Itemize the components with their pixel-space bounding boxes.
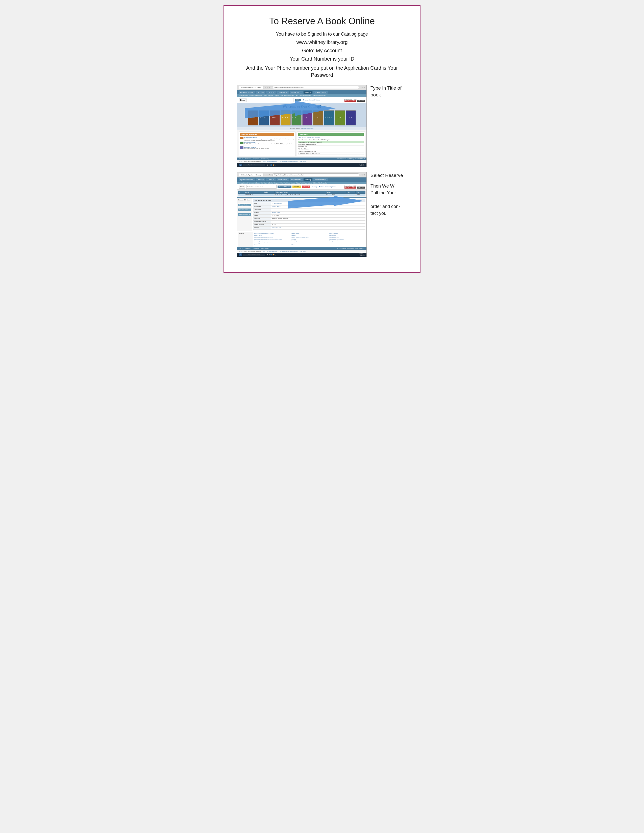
footer-link-language-2[interactable]: Language — [253, 248, 259, 249]
nav-editrecords-2[interactable]: Edit Records — [277, 178, 289, 181]
search-input-2[interactable] — [246, 185, 277, 188]
nav-catalog-1[interactable]: Catalog — [304, 91, 312, 94]
svg-marker-1 — [245, 101, 336, 118]
nav-checkout-1[interactable]: Checkout — [256, 91, 266, 94]
nav-checkin-2[interactable]: Check In — [266, 178, 276, 181]
logout-btn-2[interactable]: LOG OUT — [357, 187, 365, 188]
my-account-btn-2[interactable]: MY ACCOUNT — [345, 187, 356, 188]
label-level: Level: — [253, 215, 271, 217]
visit-link[interactable]: whitneylibrary.org — [302, 128, 313, 129]
clear-btn-2[interactable]: CLEAR — [302, 185, 310, 188]
intro-video-2[interactable]: Intro video — [299, 251, 306, 252]
search-fields-btn[interactable]: Search All Fields — [277, 185, 291, 188]
detail-row-author: Author: Pullman, Philip — [253, 212, 365, 215]
subjects-area: Subjects Adventures and adventurers — Fi… — [237, 231, 367, 248]
start-btn-1[interactable]: ⊞ — [239, 164, 242, 166]
accelerated-reader: Accelerated Reader B... — [249, 95, 263, 96]
footer-link-contact-2[interactable]: Contact Us — [245, 248, 251, 249]
subject-14[interactable]: Magic — [291, 244, 327, 246]
cell-title: La Belle Sauvage (The Book of Dust #1) — [274, 194, 325, 196]
footer-1: Visit Us Contact Us Language Kids' Catal… — [237, 158, 367, 160]
nav-reservesearch-1[interactable]: Reserve Search — [313, 91, 328, 94]
footer-link-language-1[interactable]: Language — [253, 158, 259, 159]
taskbar-search-1[interactable]: Type here to search — [243, 164, 265, 166]
subject-3[interactable]: Botacurla, Lyra (Fictitious character) — [254, 236, 290, 238]
logout-btn-1[interactable]: LOG OUT — [357, 100, 365, 102]
help-link-2[interactable]: ⚙ Help — [312, 186, 317, 188]
subject-13[interactable]: Juvenile works — [291, 242, 327, 244]
side-labels-2: Select Reserve Then We WillPull the Your… — [367, 172, 407, 217]
wh-booklists[interactable]: Booklists — [315, 137, 320, 138]
nav-editrecords-1[interactable]: Edit Records — [277, 91, 289, 94]
subject-15[interactable]: Magic — Fiction — [329, 233, 365, 235]
footer-link-kids-1[interactable]: Kids' Catalog — [261, 158, 269, 159]
search-btn-2[interactable]: SEARCH — [293, 185, 301, 188]
subject-18[interactable]: Steampunk fiction — Fiction — [329, 238, 365, 240]
footer-link-contact-1[interactable]: Contact Us — [245, 158, 251, 159]
subject-16[interactable]: Shapeshifting — [329, 235, 365, 236]
col-author: Author — [325, 191, 346, 194]
subject-6[interactable]: Fantasie (spirits) — Juvenile fiction — [254, 242, 290, 244]
subject-8[interactable]: Fantasy fiction. — [291, 233, 327, 235]
address-bar-1[interactable]: https://whitneylibrary.biblionix.com/cat… — [272, 86, 360, 89]
more-options-2[interactable]: ▼ More Search Options — [318, 186, 336, 188]
address-bar-2[interactable]: https://whitneylibrary.biblionix.com/cat… — [272, 174, 360, 176]
footer-link-kids-2[interactable]: Kids' Catalog — [261, 248, 269, 249]
detail-row-series: Series Title: Book of Dust #1 — [253, 206, 365, 209]
use-dashboard-2[interactable]: Use Dashboard permanently, free — [279, 251, 298, 252]
value-reviews[interactable]: Review this title — [271, 227, 365, 230]
wh-most-popular[interactable]: Most Popular — [298, 137, 306, 138]
wh-whats-new[interactable]: What's New — [307, 137, 314, 138]
coupons: Coupons — [274, 95, 279, 96]
nav-editmembers-2[interactable]: Edit Members — [290, 178, 303, 181]
table-row[interactable]: 1 YA FIC PUL La Belle Sauvage (The Book … — [238, 194, 365, 196]
see-other-btn[interactable]: See other items — [238, 209, 251, 211]
subject-7[interactable]: Fantasy — [254, 244, 290, 246]
nav-catalog-2[interactable]: Catalog — [304, 178, 312, 181]
subject-19[interactable]: Young adult fiction — [329, 240, 365, 242]
detail-row-level: Level: YA FIC PUL — [253, 215, 365, 217]
start-btn-2[interactable]: ⊞ — [239, 253, 242, 256]
er-text-3: Learning Express New version! Review ski… — [244, 146, 269, 149]
subject-4[interactable]: Botacurla, Lyra (Fictitious character) —… — [254, 238, 290, 240]
er-text-2: Project Gutenberg Read 50,000 free ebook… — [244, 142, 294, 146]
value-other — [271, 209, 365, 211]
er-item-1: Whitney Databases Includes thousands of … — [240, 137, 294, 141]
subject-11[interactable]: Flooding — [291, 238, 327, 240]
nav-apollo-1[interactable]: Apollo Dashboard — [239, 91, 255, 94]
wh-item-7: A Minute to Midnight (Atlee Pine #2) — [298, 153, 364, 155]
taskbar-search-2[interactable]: Type here to search — [243, 254, 265, 256]
subject-2[interactable]: Boats — Fiction — [254, 235, 290, 236]
subject-1[interactable]: Adventures and adventurers — Fiction — [254, 233, 290, 235]
trial-text-2: This is a trial of the Dashboard interfa… — [239, 251, 261, 252]
subject-17[interactable]: Steampunk fiction — [329, 236, 365, 238]
tb-icon-5: ⬡ — [275, 253, 276, 256]
use-dashboard-1[interactable]: Use Dashboard permanently, free — [279, 161, 298, 162]
footer-link-visit-1[interactable]: Visit Us — [239, 158, 243, 159]
nav-reservesearch-2[interactable]: Reserve Search — [313, 178, 328, 181]
col-qty: Qty — [347, 191, 356, 194]
footer-address-1: 603 E Jefferson Ave, Whitney, Texas 7669… — [337, 158, 365, 159]
add-reading-btn[interactable]: Add to Reading List — [238, 213, 251, 216]
subject-9[interactable]: Fantasy. — [291, 235, 327, 236]
office-texas: Office of the Texar G... — [313, 95, 327, 96]
nav-apollo-2[interactable]: Apollo Dashboard — [239, 178, 255, 181]
intro-video-1[interactable]: Intro video — [299, 161, 306, 162]
nav-checkout-2[interactable]: Checkout — [256, 178, 266, 181]
footer-link-visit-2[interactable]: Visit Us — [239, 248, 243, 249]
screenshot-1: Biblionix Apollo — Catalog ←→✕ https://w… — [237, 85, 367, 167]
detail-row-location: Location: Points: 25 Reading level: 9 + — [253, 217, 365, 220]
subject-5[interactable]: Fantassy (spirits) — [254, 240, 290, 242]
results-table: # Level Call # Title/Name/Author Author … — [238, 191, 365, 196]
back-classic-2[interactable]: Back to classic interface — [263, 251, 277, 252]
subject-10[interactable]: Fantasy fiction — Juvenile fiction — [291, 236, 327, 238]
subject-12[interactable]: Friendship — [291, 240, 327, 242]
reserve-btn[interactable]: Reserve this item — [238, 204, 251, 206]
my-account-btn-1[interactable]: MY ACCOUNT — [345, 100, 356, 102]
nav-editmembers-1[interactable]: Edit Members — [290, 91, 303, 94]
nav-checkin-1[interactable]: Check In — [266, 91, 276, 94]
back-classic-1[interactable]: Back to classic interface — [263, 161, 277, 162]
er-desc-2: Read 50,000 free ebooks? Download to you… — [244, 143, 294, 146]
cell-qty: 1 — [347, 194, 356, 196]
subjects-label-col: Subjects — [238, 232, 253, 247]
